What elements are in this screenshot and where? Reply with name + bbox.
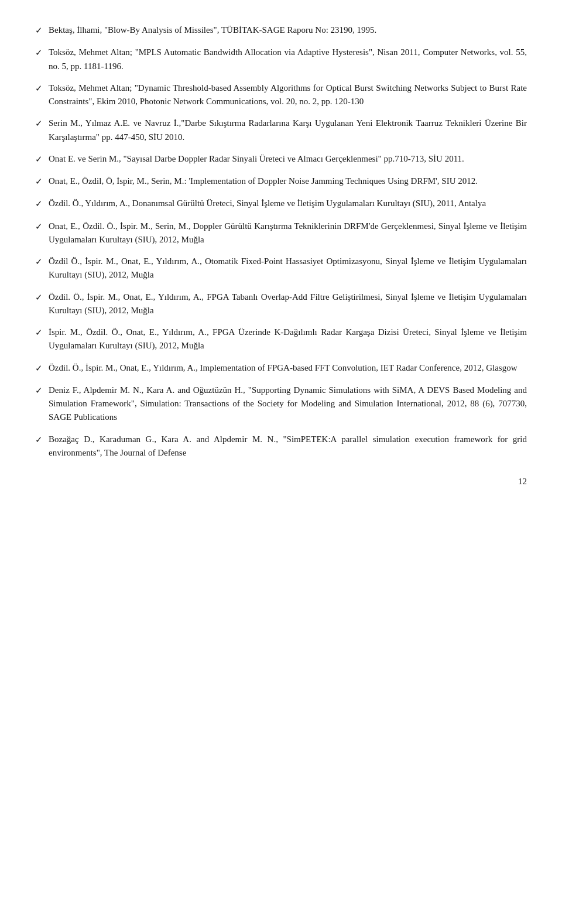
checkmark-icon: ✓ bbox=[35, 82, 43, 95]
reference-text: Özdil. Ö., İspir. M., Onat, E., Yıldırım… bbox=[49, 290, 527, 318]
list-item: ✓Özdil. Ö., İspir. M., Onat, E., Yıldırı… bbox=[35, 290, 527, 318]
checkmark-icon: ✓ bbox=[35, 24, 43, 37]
reference-text: Özdil Ö., İspir. M., Onat, E., Yıldırım,… bbox=[49, 255, 527, 282]
list-item: ✓İspir. M., Özdil. Ö., Onat, E., Yıldırı… bbox=[35, 326, 527, 353]
reference-text: Özdil. Ö., İspir. M., Onat, E., Yıldırım… bbox=[49, 361, 527, 375]
list-item: ✓Özdil. Ö., Yıldırım, A., Donanımsal Gür… bbox=[35, 197, 527, 211]
reference-text: Deniz F., Alpdemir M. N., Kara A. and Oğ… bbox=[49, 384, 527, 425]
page-number: 12 bbox=[518, 477, 527, 487]
reference-text: Toksöz, Mehmet Altan; "MPLS Automatic Ba… bbox=[49, 46, 527, 73]
list-item: ✓Bozağaç D., Karaduman G., Kara A. and A… bbox=[35, 433, 527, 460]
list-item: ✓Onat, E., Özdil. Ö., İspir. M., Serin, … bbox=[35, 220, 527, 247]
reference-text: Toksöz, Mehmet Altan; "Dynamic Threshold… bbox=[49, 81, 527, 109]
reference-text: İspir. M., Özdil. Ö., Onat, E., Yıldırım… bbox=[49, 326, 527, 353]
list-item: ✓Serin M., Yılmaz A.E. ve Navruz İ.,"Dar… bbox=[35, 117, 527, 144]
checkmark-icon: ✓ bbox=[35, 384, 43, 398]
reference-text: Özdil. Ö., Yıldırım, A., Donanımsal Gürü… bbox=[49, 197, 527, 210]
checkmark-icon: ✓ bbox=[35, 46, 43, 60]
reference-text: Serin M., Yılmaz A.E. ve Navruz İ.,"Darb… bbox=[49, 117, 527, 144]
page-container: ✓Bektaş, İlhami, "Blow-By Analysis of Mi… bbox=[0, 0, 562, 503]
checkmark-icon: ✓ bbox=[35, 175, 43, 189]
list-item: ✓Özdil Ö., İspir. M., Onat, E., Yıldırım… bbox=[35, 255, 527, 282]
reference-text: Onat E. ve Serin M., "Sayısal Darbe Dopp… bbox=[49, 152, 527, 166]
reference-text: Bektaş, İlhami, "Blow-By Analysis of Mis… bbox=[49, 23, 527, 37]
checkmark-icon: ✓ bbox=[35, 291, 43, 304]
list-item: ✓Onat, E., Özdil, Ö, İspir, M., Serin, M… bbox=[35, 174, 527, 189]
reference-text: Onat, E., Özdil. Ö., İspir. M., Serin, M… bbox=[49, 220, 527, 247]
checkmark-icon: ✓ bbox=[35, 255, 43, 269]
checkmark-icon: ✓ bbox=[35, 117, 43, 131]
checkmark-icon: ✓ bbox=[35, 220, 43, 234]
checkmark-icon: ✓ bbox=[35, 153, 43, 166]
reference-text: Onat, E., Özdil, Ö, İspir, M., Serin, M.… bbox=[49, 174, 527, 188]
list-item: ✓Deniz F., Alpdemir M. N., Kara A. and O… bbox=[35, 384, 527, 425]
reference-text: Bozağaç D., Karaduman G., Kara A. and Al… bbox=[49, 433, 527, 460]
list-item: ✓Özdil. Ö., İspir. M., Onat, E., Yıldırı… bbox=[35, 361, 527, 375]
references-list: ✓Bektaş, İlhami, "Blow-By Analysis of Mi… bbox=[35, 23, 527, 460]
list-item: ✓Onat E. ve Serin M., "Sayısal Darbe Dop… bbox=[35, 152, 527, 166]
checkmark-icon: ✓ bbox=[35, 433, 43, 447]
list-item: ✓Toksöz, Mehmet Altan; "Dynamic Threshol… bbox=[35, 81, 527, 109]
checkmark-icon: ✓ bbox=[35, 362, 43, 375]
checkmark-icon: ✓ bbox=[35, 326, 43, 340]
list-item: ✓Toksöz, Mehmet Altan; "MPLS Automatic B… bbox=[35, 46, 527, 73]
checkmark-icon: ✓ bbox=[35, 197, 43, 211]
list-item: ✓Bektaş, İlhami, "Blow-By Analysis of Mi… bbox=[35, 23, 527, 37]
